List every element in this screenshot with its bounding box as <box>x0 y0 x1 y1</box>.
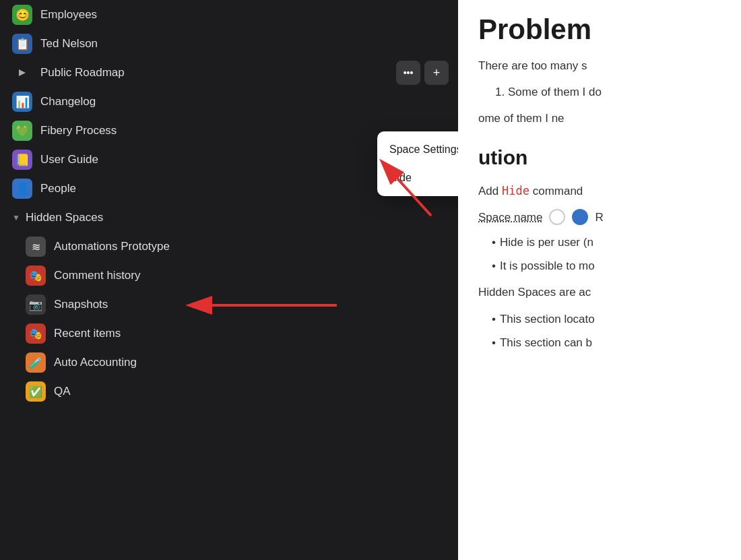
hide-item[interactable]: Hide <box>377 164 458 192</box>
employees-label: Employees <box>40 8 97 22</box>
hidden-spaces-label: Hidden Spaces <box>26 211 103 224</box>
context-dropdown: Space Settings Hide <box>377 131 458 196</box>
hidden-spaces-header[interactable]: ▼ Hidden Spaces <box>4 206 454 230</box>
sidebar-item-employees[interactable]: 😊 Employees <box>4 1 454 29</box>
list-item-2: ome of them I ne <box>478 109 721 127</box>
intro-text: There are too many s <box>478 57 721 75</box>
sidebar-item-qa[interactable]: ✅ QA <box>18 377 454 406</box>
qa-icon: ✅ <box>26 381 46 402</box>
sidebar-item-auto-accounting[interactable]: 🧪 Auto Accounting <box>18 348 454 377</box>
comment-history-icon: 🎭 <box>26 266 46 286</box>
sidebar-item-recent-items[interactable]: 🎭 Recent items <box>18 319 454 348</box>
list-item-1: Some of them I do <box>508 83 721 101</box>
sidebar-item-public-roadmap[interactable]: Public Roadmap ••• + <box>4 59 454 87</box>
fibery-process-label: Fibery Process <box>40 124 117 137</box>
main-content: Problem There are too many s Some of the… <box>458 0 741 560</box>
footer-bullet-1: • This section locato <box>492 310 721 328</box>
roadmap-label: Public Roadmap <box>40 66 125 80</box>
footer-text: Hidden Spaces are ac <box>478 283 721 301</box>
sidebar-item-changelog[interactable]: 📊 Changelog <box>4 88 454 116</box>
snapshots-icon: 📷 <box>26 294 46 315</box>
recent-items-icon: 🎭 <box>26 323 46 344</box>
radio-button-1[interactable] <box>549 209 565 225</box>
page-title: Problem <box>478 13 721 46</box>
sidebar-item-comment-history[interactable]: 🎭 Comment history <box>18 261 454 290</box>
svg-marker-0 <box>19 69 26 76</box>
body-text: There are too many s Some of them I do o… <box>478 57 721 352</box>
ted-nelson-label: Ted Nelson <box>40 37 98 51</box>
ted-nelson-icon: 📋 <box>12 34 32 54</box>
automations-prototype-icon: ≋ <box>26 237 46 257</box>
user-guide-icon: 📒 <box>12 150 32 170</box>
changelog-icon: 📊 <box>12 92 32 112</box>
hidden-spaces-items: ≋ Automations Prototype 🎭 Comment histor… <box>13 232 458 406</box>
user-guide-label: User Guide <box>40 153 98 166</box>
recent-items-label: Recent items <box>54 327 121 340</box>
chevron-down-icon: ▼ <box>12 213 20 222</box>
automations-prototype-label: Automations Prototype <box>54 240 170 253</box>
bullet-item-2: • It is possible to mo <box>492 257 721 275</box>
solution-text: Add Hide command <box>478 182 721 200</box>
solution-title: ution <box>478 142 721 174</box>
add-button[interactable]: + <box>424 61 449 85</box>
radio-button-2[interactable] <box>572 209 588 225</box>
roadmap-arrow-icon <box>12 63 32 83</box>
radio-label: R <box>595 208 603 226</box>
employees-icon: 😊 <box>12 5 32 25</box>
people-icon: 👤 <box>12 179 32 199</box>
changelog-label: Changelog <box>40 95 96 108</box>
auto-accounting-label: Auto Accounting <box>54 356 137 369</box>
fibery-process-icon: 💚 <box>12 121 32 141</box>
footer-bullet-2: • This section can b <box>492 334 721 352</box>
snapshots-label: Snapshots <box>54 298 108 311</box>
auto-accounting-icon: 🧪 <box>26 352 46 373</box>
space-name-label: Space name <box>478 208 542 226</box>
more-options-button[interactable]: ••• <box>396 61 420 85</box>
sidebar-item-ted-nelson[interactable]: 📋 Ted Nelson <box>4 30 454 58</box>
comment-history-label: Comment history <box>54 269 140 282</box>
qa-label: QA <box>54 385 71 398</box>
hide-code: Hide <box>502 184 529 197</box>
space-settings-item[interactable]: Space Settings <box>377 135 458 164</box>
bullet-item-1: • Hide is per user (n <box>492 233 721 251</box>
people-label: People <box>40 182 76 195</box>
sidebar: 😊 Employees 📋 Ted Nelson Public Roadmap … <box>0 0 458 560</box>
sidebar-item-automations-prototype[interactable]: ≋ Automations Prototype <box>18 232 454 261</box>
sidebar-item-snapshots[interactable]: 📷 Snapshots <box>18 290 454 319</box>
space-name-row: Space name R <box>478 208 721 226</box>
